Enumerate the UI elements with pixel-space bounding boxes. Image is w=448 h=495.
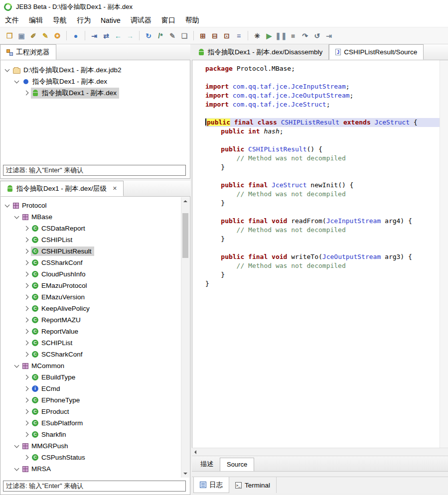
chevron-right-icon[interactable]: [24, 375, 29, 380]
tree-row[interactable]: SCHIPList: [0, 337, 190, 349]
code-line[interactable]: [205, 136, 448, 145]
code-line[interactable]: [205, 208, 448, 217]
code-area[interactable]: package Protocol.MBase;import com.qq.taf…: [192, 60, 448, 288]
code-line[interactable]: }: [205, 199, 448, 208]
chevron-down-icon[interactable]: [5, 202, 10, 207]
tree-row[interactable]: ECmd: [0, 383, 190, 394]
tree-row[interactable]: EPhoneType: [0, 394, 190, 406]
chevron-right-icon[interactable]: [24, 260, 29, 265]
hierarchy-filter-input[interactable]: [3, 481, 186, 492]
tree-row[interactable]: MBase: [0, 211, 190, 223]
chevron-down-icon[interactable]: [14, 214, 19, 219]
menu-窗口[interactable]: 窗口: [156, 14, 180, 26]
code-line[interactable]: public final void writeTo(JceOutputStrea…: [205, 252, 448, 261]
tree-row[interactable]: CSDataReport: [0, 223, 190, 234]
menu-调试器[interactable]: 调试器: [126, 14, 156, 26]
chevron-down-icon[interactable]: [14, 363, 19, 368]
code-line[interactable]: [205, 109, 448, 118]
chevron-right-icon[interactable]: [24, 398, 29, 403]
chevron-right-icon[interactable]: [24, 341, 29, 346]
bytecode-view-icon[interactable]: ⊞: [197, 30, 208, 42]
tree-row[interactable]: ReportMAZU: [0, 314, 190, 326]
title-bar[interactable]: JEB3 Beta - D:\指令抽取Dex1 - 副本.dex: [0, 0, 448, 14]
code-line[interactable]: public CSHIPListResult() {: [205, 145, 448, 154]
code-line[interactable]: // Method was not decompiled: [205, 154, 448, 163]
chevron-right-icon[interactable]: [24, 295, 29, 300]
chevron-down-icon[interactable]: [5, 67, 10, 72]
editor-vertical-scrollbar[interactable]: [440, 60, 448, 448]
tree-row[interactable]: Sharkfin: [0, 429, 190, 440]
edit-icon[interactable]: ✎: [167, 30, 178, 42]
tree-row[interactable]: 指令抽取Dex1 - 副本.dex: [0, 87, 190, 99]
scrollbar-thumb[interactable]: [182, 213, 188, 258]
lock-icon[interactable]: ✪: [52, 30, 63, 42]
close-icon[interactable]: ✕: [113, 185, 117, 192]
tree-row[interactable]: 指令抽取Dex1 - 副本.dex: [0, 76, 190, 87]
tab-log[interactable]: 日志: [193, 477, 229, 493]
comment-icon[interactable]: /*: [155, 30, 166, 42]
chevron-right-icon[interactable]: [24, 386, 29, 391]
run-icon[interactable]: ▶: [264, 30, 275, 42]
tab-description[interactable]: 描述: [194, 457, 220, 471]
menu-Native[interactable]: Native: [96, 15, 126, 26]
scroll-down-icon[interactable]: [183, 473, 187, 475]
tab-hierarchy[interactable]: 指令抽取Dex1 - 副本.dex/层级 ✕: [0, 181, 124, 196]
code-line[interactable]: [205, 73, 448, 82]
goto-address-icon[interactable]: ⇥: [89, 30, 100, 42]
chevron-right-icon[interactable]: [24, 272, 29, 277]
code-line[interactable]: import com.qq.taf.jce.JceOutputStream;: [205, 91, 448, 100]
settings-icon[interactable]: ✳: [252, 30, 263, 42]
forward-icon[interactable]: →: [125, 30, 136, 42]
tab-source[interactable]: CSHIPListResult/Source: [329, 44, 424, 60]
code-line[interactable]: }: [205, 279, 448, 288]
chevron-right-icon[interactable]: [24, 249, 29, 254]
menu-文件[interactable]: 文件: [0, 14, 24, 26]
hierarchy-scrollbar[interactable]: [181, 197, 189, 478]
rename-icon[interactable]: ❏: [179, 30, 190, 42]
tree-row[interactable]: EMazuVersion: [0, 291, 190, 303]
goto-symbol-icon[interactable]: ⇄: [101, 30, 112, 42]
tree-row[interactable]: D:\指令抽取Dex1 - 副本.dex.jdb2: [0, 64, 190, 76]
tree-row[interactable]: MCommon: [0, 360, 190, 371]
code-line[interactable]: }: [205, 270, 448, 279]
tree-row[interactable]: ESubPlatform: [0, 417, 190, 429]
code-line[interactable]: public final JceStruct newInit() {: [205, 181, 448, 190]
chevron-down-icon[interactable]: [14, 466, 19, 471]
tree-row[interactable]: CSHIPListResult: [0, 246, 190, 257]
code-line[interactable]: public final class CSHIPListResult exten…: [205, 118, 448, 127]
menu-编辑[interactable]: 编辑: [24, 14, 48, 26]
code-line[interactable]: public int hash;: [205, 127, 448, 136]
chevron-right-icon[interactable]: [24, 352, 29, 357]
code-line[interactable]: import com.qq.taf.jce.JceInputStream;: [205, 82, 448, 91]
chevron-down-icon[interactable]: [14, 443, 19, 448]
menu-帮助[interactable]: 帮助: [180, 14, 204, 26]
chevron-right-icon[interactable]: [24, 226, 29, 231]
refresh-icon[interactable]: ↻: [143, 30, 154, 42]
menu-导航[interactable]: 导航: [48, 14, 72, 26]
decompile-icon[interactable]: ⊟: [209, 30, 220, 42]
chevron-right-icon[interactable]: [24, 329, 29, 334]
source-editor[interactable]: package Protocol.MBase;import com.qq.taf…: [192, 60, 448, 448]
back-icon[interactable]: ←: [113, 30, 124, 42]
tree-row[interactable]: ReportValue: [0, 326, 190, 337]
tab-source-view[interactable]: Source: [220, 458, 254, 471]
pen-icon[interactable]: ✎: [40, 30, 51, 42]
step-over-icon[interactable]: ↷: [299, 30, 310, 42]
code-line[interactable]: // Method was not decompiled: [205, 226, 448, 235]
editor-horizontal-scrollbar[interactable]: [192, 448, 448, 456]
tree-row[interactable]: CloudPushInfo: [0, 268, 190, 280]
strings-view-icon[interactable]: ≡: [233, 30, 244, 42]
chevron-right-icon[interactable]: [24, 318, 29, 323]
chevron-right-icon[interactable]: [24, 432, 29, 437]
tab-project-browser[interactable]: 工程浏览器: [0, 44, 56, 60]
chevron-right-icon[interactable]: [24, 238, 29, 243]
tree-row[interactable]: CSPushStatus: [0, 452, 190, 463]
tree-row[interactable]: CSSharkConf: [0, 257, 190, 268]
chevron-right-icon[interactable]: [24, 306, 29, 311]
tree-row[interactable]: KeepAlivePolicy: [0, 303, 190, 314]
tree-row[interactable]: EProduct: [0, 406, 190, 417]
code-line[interactable]: [205, 244, 448, 252]
chevron-down-icon[interactable]: [14, 78, 19, 83]
scroll-left-icon[interactable]: [194, 450, 196, 454]
tree-row[interactable]: Protocol: [0, 200, 190, 211]
